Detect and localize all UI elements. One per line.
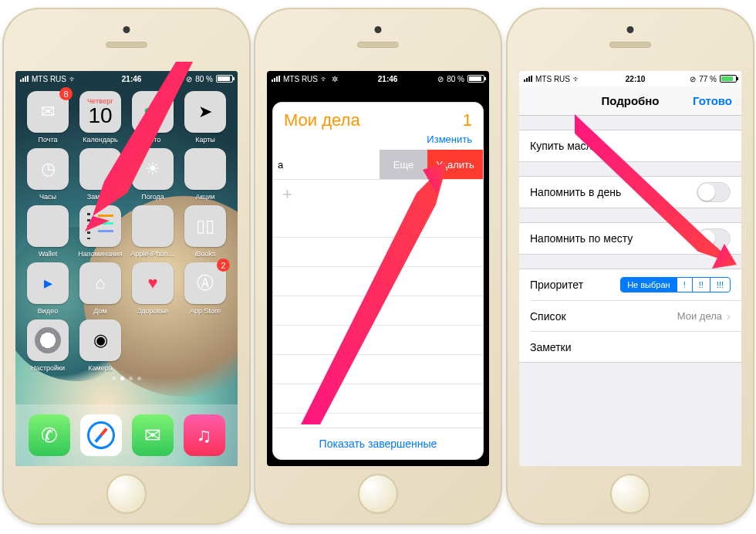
iphone-frame-2: MTS RUS ᯤ ✲ 21:46 ⊘ 80 % Мои дела 1 Изме…: [254, 8, 502, 525]
app-tile[interactable]: [79, 205, 121, 247]
app-Акции[interactable]: Акции: [181, 148, 230, 201]
notes-cell[interactable]: Заметки: [530, 331, 741, 362]
dock-messages[interactable]: ✉: [132, 414, 174, 456]
priority-opt-3[interactable]: !!!: [710, 278, 730, 292]
app-Календарь[interactable]: Четверг10Календарь: [76, 91, 125, 144]
status-bar: MTS RUS ᯤ 21:46 ⊘ 80 %: [15, 71, 238, 86]
remind-day-label: Напомнить в день: [530, 186, 621, 198]
swipe-more-button[interactable]: Еще: [380, 150, 427, 179]
app-Часы[interactable]: ◷Часы: [23, 148, 73, 201]
app-tile[interactable]: ☀: [132, 148, 174, 190]
app-tile[interactable]: Ⓐ2: [184, 262, 226, 304]
status-time: 21:46: [122, 75, 142, 83]
badge: 2: [217, 259, 230, 272]
app-Напоминания[interactable]: Напоминания: [76, 205, 125, 258]
app-Видео[interactable]: ▸Видео: [23, 262, 73, 315]
app-label: Акции: [195, 193, 214, 201]
app-Погода[interactable]: ☀Погода: [128, 148, 177, 201]
list-cell[interactable]: Список Мои дела ›: [530, 300, 741, 331]
app-Здоровье[interactable]: ♥Здоровье: [128, 262, 177, 315]
app-tile[interactable]: [184, 148, 226, 190]
priority-opt-0[interactable]: Не выбран: [621, 278, 676, 292]
app-label: Заметки: [87, 193, 113, 201]
done-button[interactable]: Готово: [693, 94, 732, 107]
app-tile[interactable]: ✿: [132, 91, 174, 133]
reminders-card: Мои дела 1 Изменить а Еще Удалить + Пока…: [272, 102, 484, 460]
priority-label: Приоритет: [530, 279, 583, 291]
remind-location-switch[interactable]: [697, 228, 731, 248]
app-label: Здоровье: [137, 307, 168, 315]
battery-icon: [216, 75, 233, 83]
reminder-row-swiped[interactable]: а Еще Удалить: [273, 150, 483, 179]
app-label: Погода: [141, 193, 164, 201]
app-Apple·iPhon…[interactable]: Apple·iPhon…: [128, 205, 177, 258]
dock-safari[interactable]: [80, 414, 122, 456]
priority-opt-1[interactable]: !: [677, 278, 692, 292]
app-Wallet[interactable]: Wallet: [23, 205, 73, 258]
dock-phone[interactable]: ✆: [29, 414, 70, 456]
speaker: [609, 42, 651, 48]
app-label: App Store: [190, 307, 221, 315]
app-Карты[interactable]: ➤Карты: [181, 91, 230, 144]
app-label: Карты: [195, 136, 215, 144]
home-button[interactable]: [610, 474, 650, 514]
battery-icon: [720, 75, 737, 83]
list-label: Список: [530, 310, 566, 323]
notes-label: Заметки: [530, 341, 572, 353]
app-label: Часы: [39, 193, 56, 201]
app-tile[interactable]: [27, 319, 69, 361]
status-bar: MTS RUS ᯤ 22:10 ⊘ 77 %: [519, 71, 741, 86]
wifi-icon: ᯤ: [573, 75, 581, 83]
remind-day-cell[interactable]: Напомнить в день: [519, 177, 741, 208]
list-value: Мои дела: [677, 310, 722, 322]
battery-pct: 80 %: [447, 75, 464, 83]
app-tile[interactable]: ♥: [132, 262, 174, 304]
dock-music[interactable]: ♫: [184, 414, 225, 456]
remind-day-switch[interactable]: [697, 182, 731, 202]
app-tile[interactable]: ◉: [79, 319, 121, 361]
reminder-title-cell[interactable]: Купить масло: [519, 130, 741, 161]
app-label: Настройки: [31, 364, 65, 372]
app-tile[interactable]: ✉8: [27, 91, 69, 133]
priority-cell[interactable]: Приоритет Не выбран!!!!!!: [519, 269, 741, 300]
app-label: Камера: [88, 364, 112, 372]
app-tile[interactable]: [27, 205, 69, 247]
remind-location-cell[interactable]: Напомнить по месту: [519, 223, 741, 254]
wifi-icon: ᯤ: [321, 75, 329, 83]
app-Почта[interactable]: ✉8Почта: [23, 91, 73, 144]
app-tile[interactable]: ◷: [27, 148, 69, 190]
app-Настройки[interactable]: Настройки: [23, 319, 73, 372]
empty-lines: [273, 208, 483, 428]
app-tile[interactable]: [132, 205, 174, 247]
front-camera: [123, 26, 130, 33]
page-dots[interactable]: [15, 377, 238, 380]
app-tile[interactable]: Четверг10: [79, 91, 121, 133]
priority-segmented[interactable]: Не выбран!!!!!!: [620, 277, 731, 292]
app-Камера[interactable]: ◉Камера: [76, 319, 125, 372]
rotation-lock-icon: ⊘: [186, 75, 192, 83]
app-Фото[interactable]: ✿Фото: [128, 91, 177, 144]
app-App Store[interactable]: Ⓐ2App Store: [181, 262, 230, 315]
show-completed-button[interactable]: Показать завершенные: [273, 428, 483, 459]
chevron-right-icon: ›: [727, 309, 731, 323]
priority-opt-2[interactable]: !!: [692, 278, 710, 292]
home-button[interactable]: [358, 474, 398, 514]
swipe-delete-button[interactable]: Удалить: [427, 150, 483, 179]
home-button[interactable]: [106, 474, 147, 514]
app-tile[interactable]: ➤: [184, 91, 226, 133]
carrier-label: MTS RUS: [283, 75, 318, 83]
app-tile[interactable]: ⌂: [79, 262, 121, 304]
add-reminder-row[interactable]: +: [273, 179, 483, 208]
app-iBooks[interactable]: ▯▯iBooks: [181, 205, 230, 258]
app-label: Wallet: [39, 250, 58, 258]
edit-button[interactable]: Изменить: [427, 134, 472, 145]
iphone-frame-1: MTS RUS ᯤ 21:46 ⊘ 80 % ✉8ПочтаЧетверг10К…: [2, 8, 251, 525]
app-Дом[interactable]: ⌂Дом: [76, 262, 125, 315]
app-tile[interactable]: ▸: [27, 262, 69, 304]
app-tile[interactable]: [79, 148, 121, 190]
app-tile[interactable]: ▯▯: [184, 205, 226, 247]
app-label: Почта: [39, 136, 58, 144]
reminder-title: Купить масло: [530, 140, 599, 152]
app-Заметки[interactable]: Заметки: [76, 148, 125, 201]
app-label: Напоминания: [78, 250, 122, 258]
